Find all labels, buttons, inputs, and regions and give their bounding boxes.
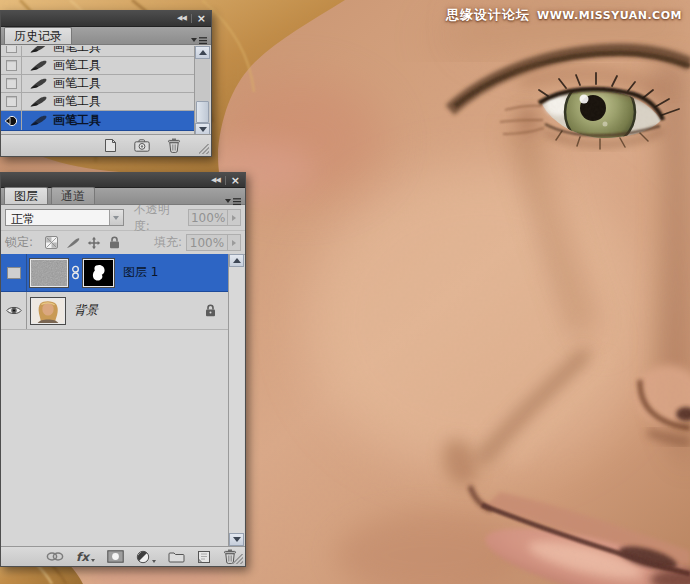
lock-paint-button[interactable] <box>64 234 81 251</box>
mask-link-icon[interactable] <box>71 265 80 280</box>
panel-menu-icon[interactable] <box>191 31 207 41</box>
close-panel-button[interactable]: × <box>231 175 240 186</box>
lock-all-button[interactable] <box>106 234 123 251</box>
layers-footer: fx <box>1 546 245 566</box>
watermark: 思缘设计论坛 WWW.MISSYUAN.COM <box>446 6 682 24</box>
lock-position-button[interactable] <box>85 234 102 251</box>
layer-thumbnail[interactable] <box>30 259 68 287</box>
layers-tabbar: 图层 通道 <box>1 188 245 205</box>
fill-slider-arrow[interactable] <box>228 234 241 251</box>
history-state-row[interactable]: 画笔工具 <box>1 57 195 75</box>
titlebar-divider <box>191 14 192 23</box>
fill-field[interactable]: 100% <box>186 234 228 251</box>
collapse-to-icons-button[interactable]: ◀◀ <box>177 15 186 22</box>
brush-tool-icon <box>29 95 48 108</box>
brush-tool-icon <box>29 77 48 90</box>
blend-options-row: 正常 不透明度: 100% <box>1 205 245 231</box>
eye-icon <box>6 305 22 316</box>
tab-layers[interactable]: 图层 <box>4 187 48 204</box>
opacity-slider-arrow[interactable] <box>228 209 241 226</box>
scroll-up-button[interactable] <box>229 254 244 267</box>
opacity-field[interactable]: 100% <box>188 209 229 226</box>
history-state-row-selected[interactable]: 画笔工具 <box>1 111 195 131</box>
scroll-down-button[interactable] <box>229 533 244 546</box>
brush-tool-icon <box>29 114 48 127</box>
history-scrollbar[interactable] <box>194 46 210 136</box>
blend-mode-select[interactable]: 正常 <box>5 209 124 226</box>
history-titlebar: ◀◀ × <box>1 11 211 27</box>
visibility-toggle[interactable] <box>1 292 27 329</box>
layer-name[interactable]: 背景 <box>74 302 98 319</box>
lock-label: 锁定: <box>5 234 33 251</box>
new-document-from-state-button[interactable] <box>104 138 117 153</box>
panel-resize-grip[interactable] <box>199 144 209 154</box>
new-snapshot-button[interactable] <box>134 139 150 152</box>
lock-transparency-button[interactable] <box>43 234 60 251</box>
delete-state-button[interactable] <box>167 138 181 153</box>
history-state-label: 画笔工具 <box>53 46 101 56</box>
blend-mode-value: 正常 <box>6 210 109 225</box>
scrollbar-thumb[interactable] <box>196 101 209 123</box>
opacity-label: 不透明度: <box>134 201 184 235</box>
lock-options-row: 锁定: 填充: 100% <box>1 231 245 255</box>
history-source-checkbox[interactable] <box>1 57 22 74</box>
layer-row-background[interactable]: 背景 <box>1 292 230 330</box>
layer-styles-button[interactable]: fx <box>76 551 95 563</box>
lock-icon <box>205 304 216 317</box>
new-adjustment-layer-button[interactable] <box>136 550 156 564</box>
scroll-up-button[interactable] <box>195 46 210 59</box>
panel-resize-grip[interactable] <box>233 554 243 564</box>
layers-list: 图层 1 背景 <box>1 254 230 546</box>
history-state-row[interactable]: 画笔工具 <box>1 46 195 57</box>
history-source-checkbox[interactable] <box>1 46 22 56</box>
panel-menu-icon[interactable] <box>225 192 241 202</box>
history-source-checkbox[interactable] <box>1 75 22 92</box>
layers-list-empty-area <box>1 330 230 546</box>
new-group-button[interactable] <box>168 551 185 563</box>
tab-history[interactable]: 历史记录 <box>4 27 72 44</box>
brush-tool-icon <box>29 59 48 72</box>
history-state-row[interactable]: 画笔工具 <box>1 75 195 93</box>
history-source-checkbox[interactable] <box>1 111 22 130</box>
history-panel: ◀◀ × 历史记录 画笔工具 画笔工具 <box>0 10 212 157</box>
layers-titlebar: ◀◀ × <box>1 173 245 188</box>
history-state-label: 画笔工具 <box>53 75 101 92</box>
brush-tool-icon <box>29 46 48 54</box>
watermark-site-name: 思缘设计论坛 <box>446 6 530 24</box>
history-footer <box>1 134 211 156</box>
layer-row-layer1[interactable]: 图层 1 <box>1 254 230 292</box>
history-tabbar: 历史记录 <box>1 27 211 45</box>
new-layer-button[interactable] <box>197 550 211 564</box>
layers-panel: ◀◀ × 图层 通道 正常 不透明度: 100% 锁定: <box>0 172 246 567</box>
visibility-checkbox-empty <box>7 267 21 279</box>
layers-scrollbar[interactable] <box>228 254 244 546</box>
history-state-label: 画笔工具 <box>53 57 101 74</box>
layer-thumbnail[interactable] <box>31 298 65 324</box>
history-state-list: 画笔工具 画笔工具 画笔工具 画笔工具 <box>1 46 195 136</box>
photoshop-workspace: 思缘设计论坛 WWW.MISSYUAN.COM ◀◀ × 历史记录 画笔工具 <box>0 0 690 584</box>
history-source-checkbox[interactable] <box>1 93 22 110</box>
tab-channels[interactable]: 通道 <box>51 187 95 204</box>
titlebar-divider <box>225 176 226 185</box>
fill-label: 填充: <box>154 234 182 251</box>
visibility-toggle[interactable] <box>1 254 27 291</box>
add-layer-mask-button[interactable] <box>107 550 124 563</box>
link-layers-button[interactable] <box>46 552 64 561</box>
history-state-row[interactable]: 画笔工具 <box>1 93 195 111</box>
layer-name[interactable]: 图层 1 <box>123 264 158 281</box>
history-state-label: 画笔工具 <box>53 93 101 110</box>
close-panel-button[interactable]: × <box>197 13 206 24</box>
history-brush-source-icon <box>4 115 18 127</box>
history-state-label: 画笔工具 <box>53 112 101 129</box>
watermark-url: WWW.MISSYUAN.COM <box>537 9 682 22</box>
chevron-down-icon[interactable] <box>109 210 123 225</box>
collapse-to-icons-button[interactable]: ◀◀ <box>211 177 220 184</box>
layer-mask-thumbnail[interactable] <box>83 259 114 287</box>
